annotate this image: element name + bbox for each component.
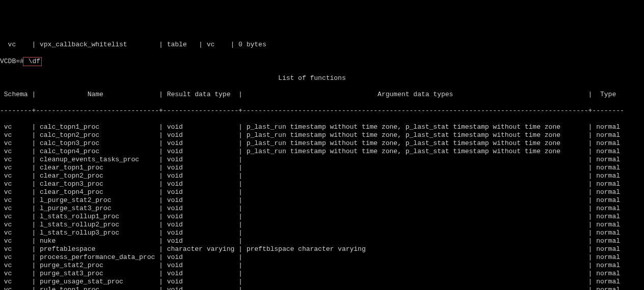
table-row: vc | cleanup_events_tasks_proc | void | … (0, 156, 644, 164)
table-row: vc | process_performance_data_proc | voi… (0, 253, 644, 262)
table-row: vc | purge_stat2_proc | void | | normal (0, 262, 644, 270)
table-row: vc | purge_usage_stat_proc | void | | no… (0, 278, 644, 286)
table-row: vc | clear_topn2_proc | void | | normal (0, 172, 644, 180)
table-row: vc | nuke | void | | normal (0, 237, 644, 245)
prompt-prefix: VCDB=# (0, 57, 24, 65)
command-highlight: \df (23, 57, 42, 66)
terminal-output[interactable]: vc | vpx_callback_whitelist | table | vc… (0, 33, 644, 290)
table-row: vc | calc_topn3_proc | void | p_last_run… (0, 139, 644, 148)
divider-line: --------+-------------------------------… (0, 107, 644, 115)
table-row: vc | rule_topn1_proc | void | | normal (0, 286, 644, 290)
table-row: vc | clear_topn4_proc | void | | normal (0, 188, 644, 196)
table-row: vc | l_purge_stat2_proc | void | | norma… (0, 196, 644, 205)
prev-table-row: vc | vpx_callback_whitelist | table | vc… (0, 41, 644, 49)
table-row: vc | calc_topn2_proc | void | p_last_run… (0, 131, 644, 139)
table-row: vc | l_stats_rollup1_proc | void | | nor… (0, 213, 644, 221)
table-row: vc | clear_topn1_proc | void | | normal (0, 164, 644, 172)
table-row: vc | l_purge_stat3_proc | void | | norma… (0, 205, 644, 213)
table-row: vc | l_stats_rollup2_proc | void | | nor… (0, 221, 644, 229)
title-line: List of functions (0, 74, 644, 82)
header-line: Schema | Name | Result data type | Argum… (0, 91, 644, 99)
command-text: \df (24, 57, 40, 65)
prompt-line[interactable]: VCDB=# \df (0, 57, 644, 66)
table-body: vc | calc_topn1_proc | void | p_last_run… (0, 123, 644, 290)
table-row: vc | preftablespace | character varying … (0, 245, 644, 253)
table-row: vc | purge_stat3_proc | void | | normal (0, 270, 644, 278)
table-row: vc | l_stats_rollup3_proc | void | | nor… (0, 229, 644, 237)
table-row: vc | calc_topn1_proc | void | p_last_run… (0, 123, 644, 131)
table-row: vc | clear_topn3_proc | void | | normal (0, 180, 644, 188)
table-row: vc | calc_topn4_proc | void | p_last_run… (0, 148, 644, 156)
